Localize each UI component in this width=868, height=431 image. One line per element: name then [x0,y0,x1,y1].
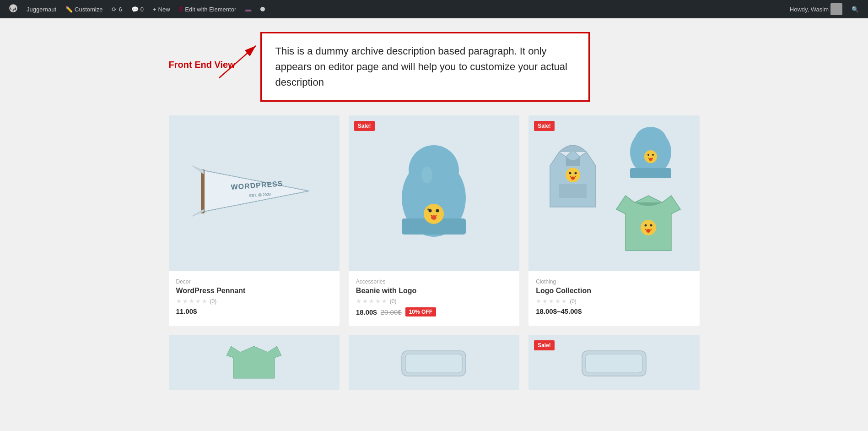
star-5: ★ [202,298,207,305]
star-4: ★ [195,298,201,305]
comments-icon: 💬 [131,6,139,13]
comments-item[interactable]: 💬 0 [128,0,147,18]
page-wrapper: Front End View This is a dummy archive d… [0,18,868,431]
discount-badge: 10% OFF [405,307,436,316]
price-range: 18.00$–45.00$ [536,307,582,315]
logo-collection-image [541,125,687,262]
avatar [830,3,842,15]
svg-point-29 [649,158,652,161]
search-item[interactable]: 🔍 [848,0,863,18]
product-price-logo: 18.00$–45.00$ [536,307,692,315]
partial-image-2[interactable] [349,335,519,390]
svg-point-27 [647,154,649,156]
comments-count: 0 [140,6,144,13]
star-1: ★ [356,298,361,305]
partial-product-1 [169,335,340,390]
product-name-logo[interactable]: Logo Collection [536,287,692,295]
product-info-beanie: Accessories Beanie with Logo ★ ★ ★ ★ ★ (… [349,271,519,326]
svg-point-17 [436,209,439,212]
elementor-icon: E [179,6,183,13]
product-category: Decor [176,278,332,285]
pencil-icon: ✏️ [65,6,73,13]
svg-point-13 [424,204,444,224]
star-5: ★ [382,298,387,305]
site-name-item[interactable]: Juggernaut [23,0,60,18]
product-name[interactable]: WordPress Pennant [176,287,332,295]
product-image-pennant[interactable]: WORDPRESS EST. ⓦ 2003 [169,115,340,271]
price-original: 20.00$ [381,308,402,316]
wordpress-icon [9,4,17,14]
svg-point-31 [644,224,647,227]
product-card: WORDPRESS EST. ⓦ 2003 Decor WordPress Pe… [169,115,340,326]
product-stars-logo: ★ ★ ★ ★ ★ (0) [536,298,692,305]
star-4: ★ [375,298,381,305]
woo-icon: ▬ [245,6,251,13]
svg-line-2 [219,46,256,78]
plus-icon: + [153,6,156,13]
partial-image-3[interactable]: Sale! [528,335,699,390]
star-1: ★ [536,298,541,305]
product-info-logo: Clothing Logo Collection ★ ★ ★ ★ ★ (0) 1… [528,271,699,324]
partial-product-2 [349,335,519,390]
archive-description-text: This is a dummy archive description base… [275,44,575,90]
star-3: ★ [369,298,374,305]
products-grid: WORDPRESS EST. ⓦ 2003 Decor WordPress Pe… [169,115,700,326]
svg-rect-35 [405,354,462,373]
price-current: 18.00$ [356,308,377,316]
product-category-beanie: Accessories [356,278,512,285]
svg-point-28 [652,154,654,156]
product-card-beanie: Sale! [349,115,519,326]
sale-badge: Sale! [354,121,375,131]
svg-point-25 [647,127,654,134]
svg-point-19 [569,172,571,175]
admin-bar-right: Howdy, Wasim 🔍 [786,0,863,18]
howdy-item[interactable]: Howdy, Wasim [786,0,846,18]
product-stars: ★ ★ ★ ★ ★ (0) [176,298,332,305]
sale-badge-logo: Sale! [534,121,555,131]
elementor-item[interactable]: E Edit with Elementor [176,0,240,18]
wp-logo[interactable] [5,0,21,18]
new-label: New [158,6,170,13]
new-item[interactable]: + New [149,0,174,18]
howdy-label: Howdy, Wasim [790,6,829,13]
product-image-beanie[interactable]: Sale! [349,115,519,271]
review-count: (0) [210,298,217,305]
customize-item[interactable]: ✏️ Customize [62,0,106,18]
partial-image-1[interactable] [169,335,340,390]
star-2: ★ [183,298,188,305]
svg-point-21 [571,177,575,180]
woo-icon-item[interactable]: ▬ [242,0,255,18]
status-icon [260,7,265,11]
partial-product-3: Sale! [528,335,699,390]
customize-label: Customize [75,6,102,13]
pennant-image: WORDPRESS EST. ⓦ 2003 [190,157,318,230]
product-image-logo[interactable]: Sale! [528,115,699,271]
svg-point-20 [574,172,577,175]
svg-point-33 [646,229,650,233]
product-info-pennant: Decor WordPress Pennant ★ ★ ★ ★ ★ (0) 11… [169,271,340,324]
sale-badge-partial: Sale! [534,340,555,350]
site-name-label: Juggernaut [27,6,56,13]
product-name-beanie[interactable]: Beanie with Logo [356,287,512,295]
star-2: ★ [362,298,368,305]
svg-rect-7 [201,169,205,213]
star-3: ★ [549,298,554,305]
star-5: ★ [561,298,567,305]
beanie-image [393,143,475,244]
search-icon: 🔍 [852,6,859,13]
updates-item[interactable]: ⟳ 6 [108,0,125,18]
svg-marker-3 [204,170,309,212]
svg-point-18 [566,168,580,182]
svg-rect-37 [586,354,642,373]
star-3: ★ [189,298,194,305]
svg-point-12 [428,146,439,157]
star-2: ★ [542,298,548,305]
product-card-logo: Sale! [528,115,699,326]
price-value: 11.00$ [176,307,197,315]
star-4: ★ [555,298,561,305]
product-stars-beanie: ★ ★ ★ ★ ★ (0) [356,298,512,305]
svg-point-11 [421,167,432,183]
products-grid-partial: Sale! [169,335,700,390]
svg-point-32 [650,224,652,227]
review-count-beanie: (0) [390,298,397,305]
